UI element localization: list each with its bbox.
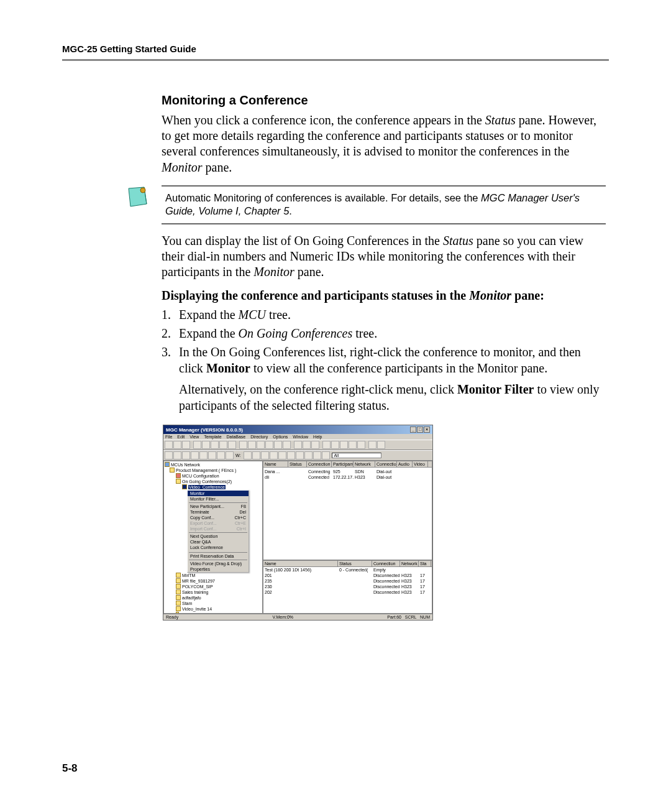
toolbar-button[interactable] <box>199 451 208 459</box>
toolbar-button[interactable] <box>313 451 321 459</box>
table-row[interactable]: 235DisconnectedH32317 <box>263 578 432 584</box>
toolbar-button[interactable] <box>219 441 227 449</box>
tree-node[interactable]: POLYCOM_SIP <box>176 584 262 589</box>
toolbar-button[interactable] <box>322 441 331 449</box>
tree-node[interactable]: MR file_9381297 <box>176 578 262 584</box>
toolbar-button[interactable] <box>193 441 201 449</box>
filter-combo[interactable]: All <box>332 453 381 458</box>
toolbar-button[interactable] <box>287 451 295 459</box>
restore-icon[interactable]: □ <box>417 427 423 433</box>
toolbar-button[interactable] <box>226 451 234 459</box>
context-menu-item[interactable]: Import Conf...Ctr+I <box>188 526 249 532</box>
table-row[interactable]: 202DisconnectedH32317 <box>263 589 432 595</box>
context-menu-item[interactable]: Monitor Filter... <box>188 496 249 502</box>
toolbar-button[interactable] <box>257 441 265 449</box>
step-1: 1. Expand the MCU tree. <box>162 307 606 323</box>
toolbar-button[interactable] <box>211 441 219 449</box>
toolbar-button[interactable] <box>294 441 302 449</box>
menu-options[interactable]: Options <box>273 435 288 439</box>
tree-node-selected[interactable]: Video_Conference <box>182 484 262 490</box>
toolbar-button[interactable] <box>165 451 173 459</box>
toolbar-button[interactable] <box>303 441 311 449</box>
toolbar-button[interactable] <box>296 451 304 459</box>
toolbar-button[interactable] <box>304 451 313 459</box>
toolbar-button[interactable] <box>270 451 278 459</box>
close-icon[interactable]: × <box>424 427 430 433</box>
context-menu-item[interactable]: Monitor <box>188 491 249 496</box>
toolbar-button[interactable] <box>261 451 269 459</box>
toolbar-button[interactable] <box>217 451 225 459</box>
toolbar-button[interactable] <box>228 441 236 449</box>
config-icon <box>176 473 181 478</box>
toolbar-button[interactable] <box>208 451 216 459</box>
tree-node[interactable]: Sales training <box>176 589 262 595</box>
monitor-bold: Monitor <box>206 361 250 375</box>
monitor-grid-body[interactable]: Test (180 200 1Dt 1456)0 - Connected(Emp… <box>263 567 432 614</box>
para-status: You can display the list of On Going Con… <box>162 233 606 280</box>
toolbar-button[interactable] <box>274 441 282 449</box>
toolbar-button[interactable] <box>202 441 210 449</box>
table-row[interactable]: 230DisconnectedH32317 <box>263 584 432 589</box>
minimize-icon[interactable]: _ <box>410 427 416 433</box>
toolbar-button[interactable] <box>331 441 339 449</box>
tree-node[interactable]: On Going Conferences(2) <box>176 479 262 484</box>
toolbar-button[interactable] <box>191 451 199 459</box>
toolbar-button[interactable] <box>265 441 273 449</box>
toolbar-button[interactable] <box>252 451 260 459</box>
context-menu-item[interactable]: Video Force (Drag & Drop) <box>188 561 249 566</box>
context-menu-item[interactable]: TerminateDel <box>188 509 249 515</box>
toolbar-button[interactable] <box>283 441 291 449</box>
table-row[interactable]: dliConnected172.22.17...H323Dial-out <box>263 474 432 480</box>
menu-view[interactable]: View <box>189 435 199 439</box>
context-menu[interactable]: MonitorMonitor Filter...New Participant.… <box>187 490 249 573</box>
tree-node[interactable]: adfadfjafo <box>176 595 262 601</box>
menubar[interactable]: File Edit View Template DataBase Directo… <box>163 434 432 440</box>
toolbar-button[interactable] <box>165 441 173 449</box>
toolbar-button[interactable] <box>248 441 256 449</box>
tree-node[interactable]: MiriTM <box>176 573 262 578</box>
menu-window[interactable]: Window <box>293 435 308 439</box>
context-menu-item[interactable]: Next Question <box>188 533 249 539</box>
status-grid-body[interactable]: Dana ...Connecting925SDNDial-outdliConne… <box>263 468 432 560</box>
context-menu-item[interactable] <box>188 550 249 551</box>
menu-edit[interactable]: Edit <box>177 435 185 439</box>
table-row[interactable]: Dana ...Connecting925SDNDial-out <box>263 469 432 474</box>
menu-file[interactable]: File <box>165 435 172 439</box>
ongoing-italic: On Going Conferences <box>239 326 353 340</box>
context-menu-item[interactable]: Clear Q&A <box>188 539 249 545</box>
menu-help[interactable]: Help <box>313 435 322 439</box>
toolbar-button[interactable] <box>349 441 357 449</box>
menu-database[interactable]: DataBase <box>226 435 245 439</box>
tree-root[interactable]: MCUs Network <box>165 462 262 468</box>
toolbar-button[interactable] <box>182 441 190 449</box>
context-menu-item[interactable]: Properties <box>188 566 249 572</box>
tree-node[interactable]: Video_Invite 14 <box>176 606 262 612</box>
tree-node[interactable]: Product Management ( FEncs ) <box>170 468 262 473</box>
toolbar-button[interactable] <box>173 451 181 459</box>
tree-node[interactable]: MCU Configuration <box>176 473 262 479</box>
toolbar-button[interactable] <box>173 441 181 449</box>
toolbar-button[interactable] <box>244 451 252 459</box>
window-buttons[interactable]: _□× <box>409 427 430 433</box>
context-menu-item[interactable]: Lock Conference <box>188 545 249 550</box>
tree-node[interactable]: Stam <box>176 601 262 606</box>
context-menu-item[interactable]: Print Reservation Data <box>188 553 249 559</box>
menu-directory[interactable]: Directory <box>250 435 268 439</box>
table-row[interactable]: Test (180 200 1Dt 1456)0 - Connected(Emp… <box>263 567 432 573</box>
toolbar-button[interactable] <box>182 451 190 459</box>
toolbar-button[interactable] <box>368 441 377 449</box>
context-menu-item[interactable]: New Participant...F8 <box>188 504 249 509</box>
item-icon <box>176 589 181 594</box>
menu-template[interactable]: Template <box>204 435 221 439</box>
toolbar-button[interactable] <box>357 441 365 449</box>
toolbar-button[interactable] <box>239 441 247 449</box>
toolbar-button[interactable] <box>322 451 330 459</box>
toolbar-button[interactable] <box>278 451 286 459</box>
toolbar-button[interactable] <box>377 441 385 449</box>
context-menu-item[interactable]: Copy Conf...Ctr+C <box>188 515 249 520</box>
toolbar-button[interactable] <box>340 441 348 449</box>
context-menu-item[interactable]: Export Conf...Ctr+E <box>188 520 249 526</box>
tree-pane[interactable]: MCUs Network Product Management ( FEncs … <box>163 461 263 614</box>
table-row[interactable]: 201DisconnectedH32317 <box>263 573 432 578</box>
toolbar-button[interactable] <box>311 441 319 449</box>
